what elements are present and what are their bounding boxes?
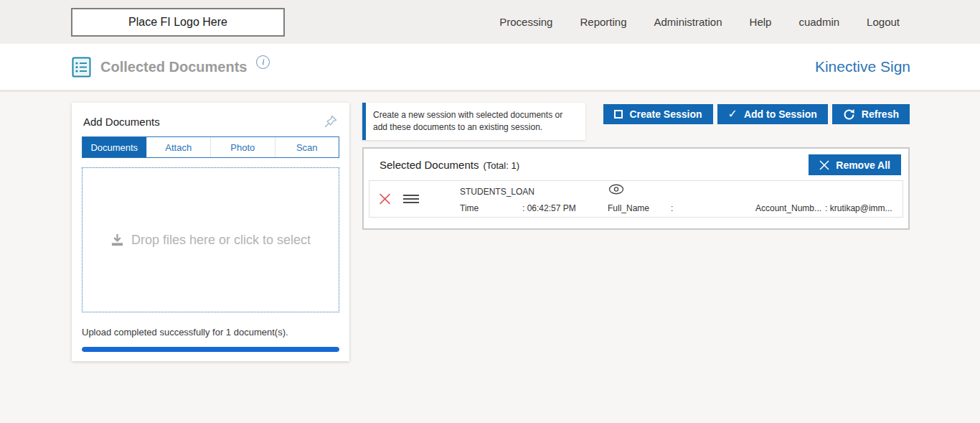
page-title: Collected Documents <box>100 59 247 75</box>
pin-icon[interactable] <box>324 114 338 129</box>
tab-scan[interactable]: Scan <box>275 137 339 157</box>
nav-item-administration[interactable]: Administration <box>654 16 722 28</box>
add-to-session-label: Add to Session <box>744 108 817 120</box>
session-info-banner: Create a new session with selected docum… <box>362 103 585 140</box>
full-name-value: : <box>671 203 673 213</box>
add-documents-title: Add Documents <box>83 116 160 128</box>
page-header: Collected Documents i Kinective Sign <box>0 44 980 92</box>
nav-item-user-cuadmin[interactable]: cuadmin <box>798 16 839 28</box>
tab-photo[interactable]: Photo <box>211 137 275 157</box>
info-icon[interactable]: i <box>256 55 270 69</box>
refresh-button[interactable]: Refresh <box>832 104 910 124</box>
account-value: : krutikap@imm... <box>825 203 892 213</box>
add-documents-card: Add Documents Documents Attach Photo Sca… <box>72 103 349 361</box>
create-session-label: Create Session <box>629 108 702 120</box>
square-icon <box>614 110 623 118</box>
main-nav: Processing Reporting Administration Help… <box>499 16 900 28</box>
refresh-icon <box>843 108 855 121</box>
create-session-button[interactable]: Create Session <box>603 104 712 124</box>
time-label: Time <box>460 203 479 213</box>
upload-status-text: Upload completed successfully for 1 docu… <box>82 327 339 338</box>
drag-handle-icon[interactable] <box>403 192 419 205</box>
top-bar: Place FI Logo Here Processing Reporting … <box>0 0 980 44</box>
tab-documents[interactable]: Documents <box>83 137 147 157</box>
preview-eye-icon[interactable] <box>608 183 625 195</box>
upload-progress-bar <box>82 347 339 352</box>
nav-item-processing[interactable]: Processing <box>499 16 552 28</box>
file-dropzone[interactable]: Drop files here or click to select <box>82 167 339 312</box>
x-icon <box>819 160 829 170</box>
tab-attach[interactable]: Attach <box>147 137 212 157</box>
document-row: STUDENTS_LOAN Time : 06:42:57 PM Full_Na… <box>369 180 903 218</box>
brand-name: Kinective Sign <box>815 58 910 75</box>
remove-all-button[interactable]: Remove All <box>809 154 901 175</box>
nav-item-reporting[interactable]: Reporting <box>580 16 626 28</box>
selected-documents-panel: Selected Documents (Total: 1) Remove All <box>362 147 910 230</box>
document-name: STUDENTS_LOAN <box>460 187 534 197</box>
nav-item-logout[interactable]: Logout <box>867 16 900 28</box>
main-content: Add Documents Documents Attach Photo Sca… <box>0 92 980 421</box>
upload-progress-fill <box>82 347 339 352</box>
account-label: Account_Numb... <box>755 203 821 213</box>
remove-document-icon[interactable] <box>379 193 391 205</box>
fi-logo-placeholder[interactable]: Place FI Logo Here <box>71 8 285 37</box>
selected-documents-total: (Total: 1) <box>483 160 519 171</box>
full-name-label: Full_Name <box>608 203 649 213</box>
dropzone-text: Drop files here or click to select <box>131 233 311 248</box>
selected-documents-title: Selected Documents <box>380 159 479 171</box>
time-value: : 06:42:57 PM <box>522 203 576 213</box>
download-icon <box>110 233 124 247</box>
checkmark-icon: ✓ <box>728 108 738 120</box>
refresh-label: Refresh <box>862 108 899 120</box>
remove-all-label: Remove All <box>836 159 890 171</box>
add-to-session-button[interactable]: ✓ Add to Session <box>717 104 828 124</box>
session-toolbar: Create Session ✓ Add to Session Refresh <box>603 104 910 124</box>
account-field: Account_Numb... : krutikap@imm... <box>755 203 892 213</box>
nav-item-help[interactable]: Help <box>750 16 772 28</box>
collected-documents-icon <box>72 57 91 78</box>
add-documents-tabs: Documents Attach Photo Scan <box>82 136 339 158</box>
